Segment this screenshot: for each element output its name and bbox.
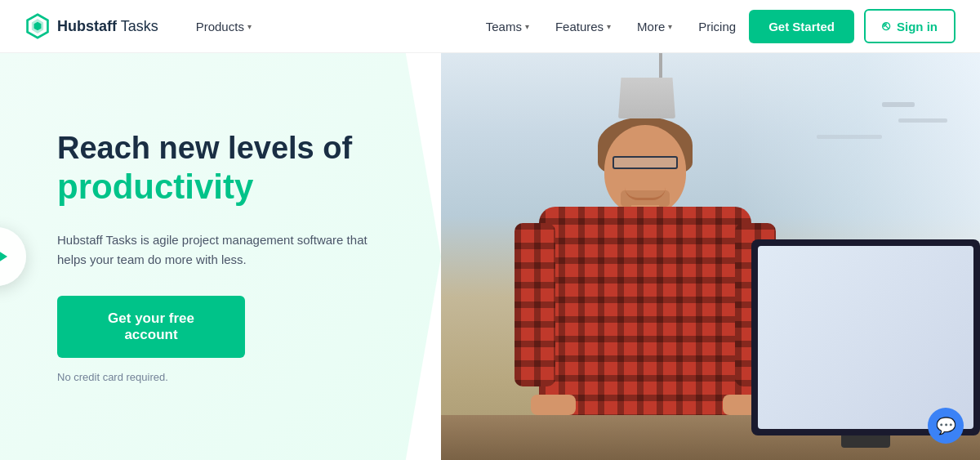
nav-features[interactable]: Features ▾ [542, 0, 624, 53]
person-beard [621, 190, 670, 207]
person-figure [506, 109, 784, 460]
ceiling-pipe-3 [817, 135, 882, 139]
navbar: Hubstaff Tasks Products ▾ Teams ▾ Featur… [0, 0, 980, 53]
teams-chevron-icon: ▾ [525, 22, 529, 31]
logo[interactable]: Hubstaff Tasks [24, 13, 158, 39]
sign-in-button[interactable]: ⎋ Sign in [864, 9, 956, 43]
monitor-stand [841, 435, 890, 448]
play-button[interactable] [0, 227, 26, 286]
hero-subtext: Hubstaff Tasks is agile project manageme… [57, 230, 368, 270]
get-started-button[interactable]: Get Started [749, 10, 854, 43]
monitor [751, 239, 980, 435]
hero-left: Reach new levels of productivity Hubstaf… [0, 53, 441, 460]
chat-widget[interactable]: 💬 [928, 408, 964, 444]
nav-pricing[interactable]: Pricing [685, 0, 749, 53]
video-play-button-container [0, 227, 26, 286]
person-head [604, 125, 686, 215]
nav-teams[interactable]: Teams ▾ [473, 0, 542, 53]
hubstaff-logo-icon [24, 13, 51, 39]
hero-right [441, 53, 980, 460]
no-credit-text: No credit card required. [57, 371, 392, 383]
ceiling-pipe-2 [898, 118, 947, 123]
features-chevron-icon: ▾ [607, 22, 611, 31]
sign-in-icon: ⎋ [882, 19, 890, 33]
nav-products[interactable]: Products ▾ [183, 0, 265, 53]
nav-right: Get Started ⎋ Sign in [749, 9, 956, 43]
logo-text: Hubstaff Tasks [57, 18, 158, 35]
play-triangle-icon [0, 245, 7, 268]
chat-icon: 💬 [936, 416, 956, 435]
person-glasses [612, 156, 678, 169]
free-account-button[interactable]: Get your free account [57, 296, 245, 358]
nav-more[interactable]: More ▾ [624, 0, 685, 53]
monitor-screen [758, 246, 973, 429]
ceiling-pipe-1 [882, 102, 915, 107]
nav-center: Teams ▾ Features ▾ More ▾ Pricing [473, 0, 749, 53]
nav-left: Products ▾ [183, 0, 265, 53]
person-left-hand [531, 395, 576, 415]
hero-heading: Reach new levels of productivity [57, 130, 392, 225]
person-left-arm [514, 223, 555, 386]
products-chevron-icon: ▾ [247, 22, 252, 31]
ceiling-lamp [645, 53, 675, 118]
more-chevron-icon: ▾ [668, 22, 672, 31]
hero-section: Reach new levels of productivity Hubstaf… [0, 53, 980, 460]
